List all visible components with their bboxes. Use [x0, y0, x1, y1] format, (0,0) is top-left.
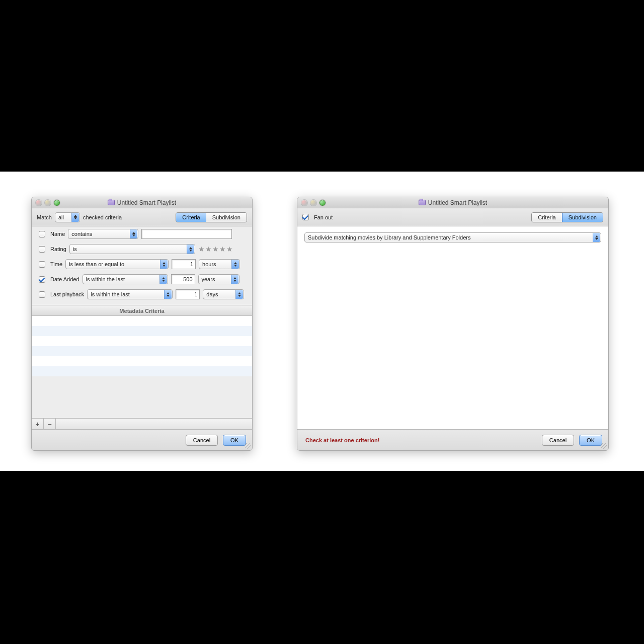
subdivide-mode-value: Subdivide matching movies by Library and… [308, 234, 593, 240]
last-playback-checkbox[interactable] [39, 291, 45, 298]
time-value-field[interactable] [172, 259, 196, 269]
rating-op-value: is [73, 246, 77, 252]
zoom-icon[interactable] [319, 200, 326, 206]
name-label: Name [50, 231, 65, 237]
rule-rating: Rating is ★ ★ ★ ★ ★ [32, 242, 252, 257]
updown-arrows-icon [164, 290, 172, 299]
rating-checkbox[interactable] [39, 246, 45, 253]
tab-criteria[interactable]: Criteria [176, 212, 206, 222]
last-playback-label: Last playback [50, 291, 84, 297]
window-title: Untitled Smart Playlist [428, 199, 487, 206]
tab-segmented-control: Criteria Subdivision [531, 212, 603, 222]
last-playback-unit-value: days [206, 291, 218, 297]
updown-arrows-icon [160, 260, 168, 269]
metadata-list-toolbar: + − [32, 418, 252, 429]
updown-arrows-icon [235, 290, 243, 299]
updown-arrows-icon [187, 245, 194, 254]
star-icon: ★ [205, 245, 212, 253]
updown-arrows-icon [593, 233, 600, 242]
updown-arrows-icon [159, 275, 167, 284]
date-added-value-field[interactable] [171, 274, 195, 284]
match-mode-value: all [58, 214, 64, 220]
star-icon: ★ [219, 245, 226, 253]
close-icon[interactable] [36, 200, 42, 206]
date-added-op-value: is within the last [86, 276, 125, 282]
titlebar[interactable]: Untitled Smart Playlist [297, 197, 608, 208]
list-item [32, 366, 252, 376]
criteria-window: Untitled Smart Playlist Match all checke… [31, 197, 253, 451]
subdivision-window: Untitled Smart Playlist Fan out Criteria… [297, 197, 609, 451]
tab-subdivision[interactable]: Subdivision [206, 213, 247, 222]
titlebar[interactable]: Untitled Smart Playlist [32, 197, 252, 208]
cancel-button[interactable]: Cancel [186, 435, 218, 446]
date-added-unit-popup[interactable]: years [198, 274, 239, 284]
remove-metadata-button[interactable]: − [44, 419, 56, 429]
star-icon: ★ [198, 245, 205, 253]
star-icon: ★ [226, 245, 233, 253]
updown-arrows-icon [231, 275, 238, 284]
fanout-label: Fan out [314, 214, 333, 220]
last-playback-op-value: is within the last [91, 291, 130, 297]
cancel-button[interactable]: Cancel [542, 435, 574, 446]
rule-last-playback: Last playback is within the last days [32, 287, 252, 302]
rating-stars[interactable]: ★ ★ ★ ★ ★ [198, 245, 233, 253]
time-op-value: is less than or equal to [69, 261, 124, 267]
traffic-lights [36, 200, 60, 206]
date-added-checkbox[interactable] [39, 276, 45, 283]
name-value-field[interactable] [141, 229, 232, 239]
metadata-header: Metadata Criteria [32, 305, 252, 316]
time-op-popup[interactable]: is less than or equal to [65, 259, 169, 269]
name-op-popup[interactable]: contains [68, 229, 138, 239]
list-item [32, 316, 252, 326]
zoom-icon[interactable] [54, 200, 60, 206]
metadata-list[interactable] [32, 316, 252, 376]
subdivision-content: Subdivide matching movies by Library and… [297, 226, 608, 429]
playlist-folder-icon [108, 200, 115, 205]
time-label: Time [50, 261, 62, 267]
minimize-icon[interactable] [310, 200, 316, 206]
match-suffix: checked criteria [83, 214, 122, 220]
subdivide-mode-popup[interactable]: Subdivide matching movies by Library and… [304, 232, 601, 243]
fanout-checkbox[interactable] [302, 214, 309, 220]
footer: Cancel OK [32, 429, 252, 450]
rule-time: Time is less than or equal to hours [32, 257, 252, 272]
close-icon[interactable] [301, 200, 307, 206]
rating-op-popup[interactable]: is [69, 244, 195, 254]
resize-grip-icon[interactable] [601, 443, 607, 449]
tab-subdivision[interactable]: Subdivision [562, 212, 603, 222]
subdivision-toolbar: Fan out Criteria Subdivision [297, 208, 608, 226]
criteria-toolbar: Match all checked criteria Criteria Subd… [32, 208, 252, 226]
canvas: Untitled Smart Playlist Match all checke… [0, 172, 644, 471]
updown-arrows-icon [71, 213, 79, 222]
window-title: Untitled Smart Playlist [117, 199, 176, 206]
rule-name: Name contains [32, 226, 252, 242]
updown-arrows-icon [130, 229, 137, 238]
ok-button[interactable]: OK [223, 435, 246, 446]
list-item [32, 346, 252, 356]
time-checkbox[interactable] [39, 261, 45, 268]
minimize-icon[interactable] [45, 200, 51, 206]
resize-grip-icon[interactable] [245, 443, 251, 449]
updown-arrows-icon [231, 260, 239, 269]
time-unit-popup[interactable]: hours [199, 259, 240, 269]
name-checkbox[interactable] [39, 231, 45, 237]
last-playback-unit-popup[interactable]: days [203, 289, 244, 299]
match-label: Match [37, 214, 52, 220]
last-playback-value-field[interactable] [176, 289, 200, 299]
date-added-op-popup[interactable]: is within the last [83, 274, 168, 284]
rule-date-added: Date Added is within the last years [32, 272, 252, 287]
list-item [32, 336, 252, 346]
last-playback-op-popup[interactable]: is within the last [87, 289, 173, 299]
list-item [32, 326, 252, 336]
add-metadata-button[interactable]: + [32, 419, 44, 429]
traffic-lights [301, 200, 326, 206]
time-unit-value: hours [202, 261, 216, 267]
ok-button[interactable]: OK [579, 435, 602, 446]
tab-criteria[interactable]: Criteria [532, 213, 562, 222]
match-mode-popup[interactable]: all [55, 212, 80, 222]
date-added-label: Date Added [50, 276, 79, 282]
rating-label: Rating [50, 246, 66, 252]
criteria-content: Name contains Rating is ★ ★ ★ [32, 226, 252, 429]
star-icon: ★ [212, 245, 219, 253]
tab-segmented-control: Criteria Subdivision [176, 212, 247, 222]
